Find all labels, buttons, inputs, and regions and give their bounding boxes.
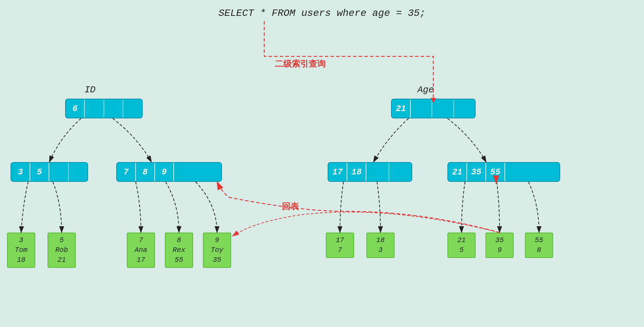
id-right-node: 7 8 9 bbox=[116, 162, 222, 182]
age-right-node: 21 35 55 bbox=[447, 162, 560, 182]
secondary-index-label: 二级索引查询 bbox=[275, 58, 326, 69]
age-tree-label: Age bbox=[417, 85, 434, 95]
id-root-node: 6 bbox=[65, 99, 143, 118]
sql-query: SELECT * FROM users where age = 35; bbox=[218, 8, 426, 19]
leaf-id3: 3 Tom 18 bbox=[7, 233, 35, 268]
id-root-cell-6: 6 bbox=[66, 99, 85, 118]
age-left-cell-17: 17 bbox=[328, 163, 347, 181]
id-right-cell-7: 7 bbox=[117, 163, 136, 181]
leaf-id5: 5 Rob 21 bbox=[48, 233, 76, 268]
leaf-age18: 18 3 bbox=[366, 233, 395, 258]
age-root-node: 21 bbox=[391, 99, 476, 118]
id-left-cell-3: 3 bbox=[11, 163, 30, 181]
id-left-node: 3 5 bbox=[11, 162, 88, 182]
leaf-id8: 8 Rex 55 bbox=[165, 233, 193, 268]
id-tree-label: ID bbox=[85, 85, 95, 95]
back-to-table-label: 回表 bbox=[282, 201, 299, 212]
leaf-id9: 9 Toy 35 bbox=[203, 233, 231, 268]
id-left-cell-5: 5 bbox=[30, 163, 49, 181]
leaf-id7: 7 Ana 17 bbox=[127, 233, 155, 268]
age-left-cell-18: 18 bbox=[347, 163, 366, 181]
id-right-cell-9: 9 bbox=[155, 163, 174, 181]
age-root-cell-21: 21 bbox=[392, 99, 411, 118]
leaf-age55: 55 8 bbox=[525, 233, 553, 258]
age-right-cell-35: 35 bbox=[467, 163, 486, 181]
age-left-node: 17 18 bbox=[328, 162, 412, 182]
leaf-age35: 35 9 bbox=[485, 233, 514, 258]
age-right-cell-21: 21 bbox=[448, 163, 467, 181]
leaf-age21: 21 5 bbox=[447, 233, 476, 258]
leaf-age17: 17 7 bbox=[326, 233, 354, 258]
id-right-cell-8: 8 bbox=[136, 163, 155, 181]
age-right-cell-55: 55 bbox=[486, 163, 505, 181]
